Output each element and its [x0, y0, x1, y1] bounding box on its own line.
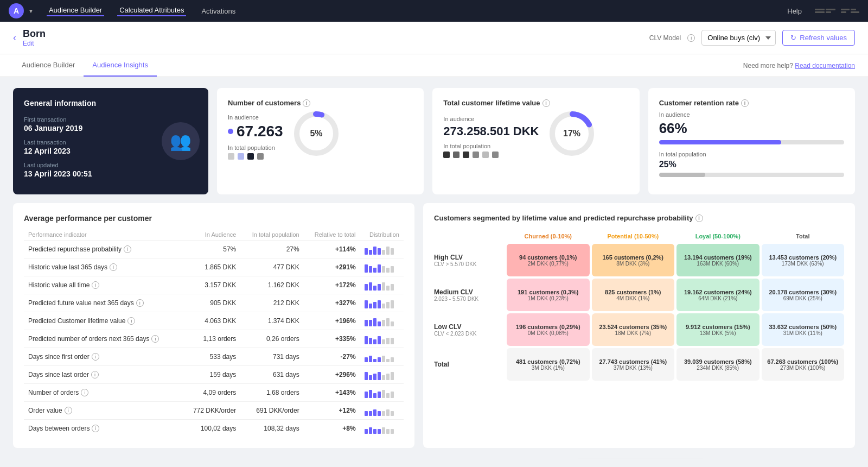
- num-customers-value: 67.263: [237, 123, 283, 140]
- row-info-icon[interactable]: i: [81, 389, 88, 396]
- row-in-audience: 905 DKK: [182, 294, 240, 312]
- seg-row-label: Low CLVCLV < 2.023 DKK: [434, 313, 505, 346]
- read-documentation-link[interactable]: Read documentation: [795, 62, 855, 70]
- performance-title: Average performance per customer: [24, 214, 404, 223]
- row-info-icon[interactable]: i: [91, 371, 99, 378]
- clv-model-select[interactable]: Online buys (clv): [701, 30, 776, 46]
- nav-bar-group: [815, 9, 859, 13]
- seg-cell[interactable]: 481 customers (0,72%)3M DKK (1%): [507, 348, 590, 381]
- seg-col-header: Churned (0-10%): [507, 231, 590, 242]
- row-info-icon[interactable]: i: [151, 335, 159, 343]
- row-distribution: [360, 258, 404, 276]
- seg-cell[interactable]: 33.632 customers (50%)31M DKK (11%): [762, 313, 845, 346]
- num-customers-info-icon[interactable]: i: [303, 99, 310, 107]
- col-header-distribution: Distribution: [360, 229, 404, 241]
- nav-item-activations[interactable]: Activations: [199, 7, 238, 15]
- svg-text:17%: 17%: [563, 129, 580, 138]
- row-in-total: 731 days: [240, 348, 303, 366]
- seg-cell[interactable]: 67.263 customers (100%)273M DKK (100%): [762, 348, 845, 381]
- seg-cell[interactable]: 165 customers (0,2%)8M DKK (3%): [592, 244, 675, 276]
- bottom-row: Average performance per customer Perform…: [13, 203, 855, 448]
- row-in-total: 108,32 days: [240, 420, 303, 438]
- row-info-icon[interactable]: i: [92, 281, 99, 289]
- segmentation-info-icon[interactable]: i: [695, 214, 703, 222]
- row-in-audience: 57%: [182, 241, 240, 258]
- navigation: A ▼ Audience Builder Calculated Attribut…: [0, 0, 868, 22]
- table-row: Order value i 772 DKK/order691 DKK/order…: [24, 402, 404, 420]
- row-in-total: 477 DKK: [240, 258, 303, 276]
- row-info-icon[interactable]: i: [127, 317, 135, 325]
- row-in-audience: 3.157 DKK: [182, 276, 240, 294]
- nav-item-calculated-attributes[interactable]: Calculated Attributes: [117, 6, 186, 16]
- row-indicator-label: Predicted future value next 365 days i: [24, 294, 182, 312]
- total-clv-color-dots: [443, 152, 539, 158]
- row-in-audience: 1,13 orders: [182, 330, 240, 348]
- row-info-icon[interactable]: i: [110, 263, 117, 271]
- users-icon: 👥: [170, 131, 192, 152]
- performance-table: Performance indicator In Audience In tot…: [24, 229, 404, 437]
- seg-cell[interactable]: 94 customers (0,1%)2M DKK (0,77%): [507, 244, 590, 276]
- num-customers-dot: [228, 129, 233, 134]
- seg-cell[interactable]: 19.162 customers (24%)64M DKK (21%): [676, 279, 760, 311]
- seg-cell[interactable]: 27.743 customers (41%)37M DKK (13%): [592, 348, 675, 381]
- row-distribution: [360, 276, 404, 294]
- retention-in-total-label: In total population: [659, 151, 844, 157]
- retention-progress: [659, 140, 844, 144]
- row-in-total: 212 DKK: [240, 294, 303, 312]
- main-content: General information First transaction 06…: [0, 77, 868, 459]
- total-clv-info-icon[interactable]: i: [542, 99, 550, 107]
- avatar-circle: 👥: [162, 122, 200, 160]
- row-in-audience: 100,02 days: [182, 420, 240, 438]
- row-info-icon[interactable]: i: [92, 425, 99, 432]
- seg-cell[interactable]: 39.039 customers (58%)234M DKK (85%): [676, 348, 760, 381]
- row-distribution: [360, 241, 404, 258]
- seg-cell[interactable]: 23.524 customers (35%)18M DKK (7%): [592, 313, 675, 346]
- seg-cell[interactable]: 196 customers (0,29%)0M DKK (0,08%): [507, 313, 590, 346]
- row-indicator-label: Order value i: [24, 402, 182, 420]
- table-row: Predicted number of orders next 365 days…: [24, 330, 404, 348]
- tab-audience-insights[interactable]: Audience Insights: [84, 54, 157, 77]
- seg-cell[interactable]: 9.912 customers (15%)13M DKK (5%): [676, 313, 760, 346]
- seg-cell[interactable]: 20.178 customers (30%)69M DKK (25%): [762, 279, 845, 311]
- page-header: ‹ Born Edit CLV Model i Online buys (clv…: [0, 22, 868, 54]
- segmentation-card: Customers segmented by lifetime value an…: [423, 203, 855, 448]
- row-relative: +296%: [304, 366, 360, 384]
- clv-model-info-icon[interactable]: i: [687, 34, 695, 42]
- retention-info-icon[interactable]: i: [741, 99, 749, 107]
- top-cards-row: General information First transaction 06…: [13, 88, 855, 194]
- tab-bar: Audience Builder Audience Insights Need …: [0, 54, 868, 77]
- edit-link[interactable]: Edit: [23, 40, 46, 47]
- row-distribution: [360, 312, 404, 330]
- row-info-icon[interactable]: i: [124, 245, 131, 253]
- seg-cell[interactable]: 191 customers (0,3%)1M DKK (0,23%): [507, 279, 590, 311]
- row-distribution: [360, 348, 404, 366]
- back-button[interactable]: ‹: [13, 32, 16, 43]
- table-row: Days since first order i 533 days731 day…: [24, 348, 404, 366]
- table-row: Historic value all time i 3.157 DKK1.162…: [24, 276, 404, 294]
- nav-logo-caret[interactable]: ▼: [28, 8, 34, 14]
- refresh-button[interactable]: ↻ Refresh values: [782, 30, 855, 46]
- row-in-total: 1,68 orders: [240, 384, 303, 402]
- tab-audience-builder[interactable]: Audience Builder: [13, 54, 84, 77]
- seg-cell[interactable]: 825 customers (1%)4M DKK (1%): [592, 279, 675, 311]
- num-customers-title: Number of customers i: [228, 99, 413, 107]
- nav-logo: A: [9, 3, 24, 18]
- seg-cell[interactable]: 13.194 customers (19%)163M DKK (60%): [676, 244, 760, 276]
- seg-row-label: Total: [434, 348, 505, 381]
- row-relative: +172%: [304, 276, 360, 294]
- table-row: Predicted repurchase probability i 57%27…: [24, 241, 404, 258]
- row-in-audience: 4.063 DKK: [182, 312, 240, 330]
- page-title: Born: [23, 28, 46, 40]
- col-header-in-total: In total population: [240, 229, 303, 241]
- seg-row-label: Medium CLV2.023 - 5.570 DKK: [434, 279, 505, 311]
- seg-cell[interactable]: 13.453 customers (20%)173M DKK (63%): [762, 244, 845, 276]
- nav-item-audience-builder[interactable]: Audience Builder: [47, 6, 104, 16]
- row-info-icon[interactable]: i: [92, 353, 99, 361]
- row-relative: +143%: [304, 384, 360, 402]
- seg-data-row: High CLVCLV > 5.570 DKK94 customers (0,1…: [434, 244, 844, 276]
- retention-in-audience-label: In audience: [659, 111, 844, 118]
- row-in-total: 1.374 DKK: [240, 312, 303, 330]
- row-in-audience: 772 DKK/order: [182, 402, 240, 420]
- row-info-icon[interactable]: i: [65, 407, 72, 414]
- row-info-icon[interactable]: i: [136, 299, 144, 307]
